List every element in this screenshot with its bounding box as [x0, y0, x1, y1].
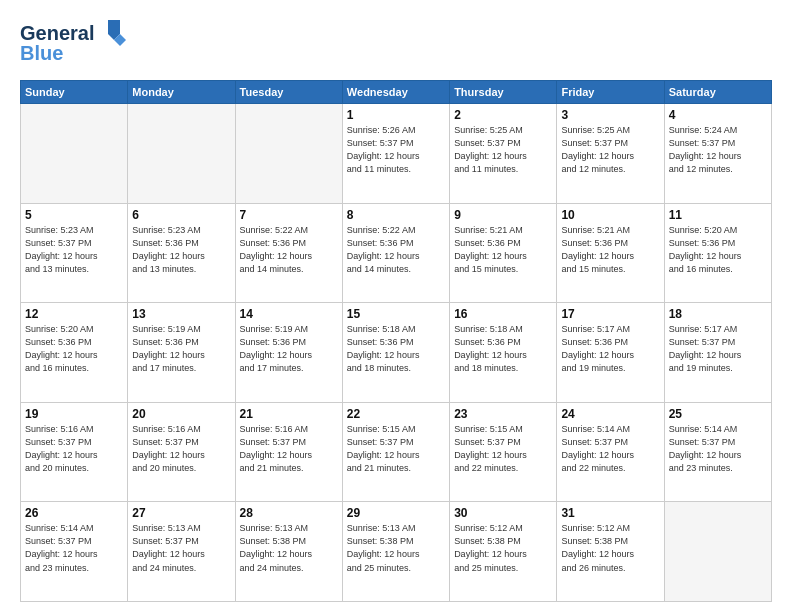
day-info: Sunrise: 5:21 AM Sunset: 5:36 PM Dayligh…: [454, 224, 552, 276]
day-number: 14: [240, 307, 338, 321]
weekday-header: Friday: [557, 81, 664, 104]
weekday-header-row: SundayMondayTuesdayWednesdayThursdayFrid…: [21, 81, 772, 104]
day-number: 31: [561, 506, 659, 520]
day-number: 13: [132, 307, 230, 321]
calendar-cell: [21, 104, 128, 204]
day-info: Sunrise: 5:25 AM Sunset: 5:37 PM Dayligh…: [561, 124, 659, 176]
calendar-cell: 18Sunrise: 5:17 AM Sunset: 5:37 PM Dayli…: [664, 303, 771, 403]
calendar-cell: 20Sunrise: 5:16 AM Sunset: 5:37 PM Dayli…: [128, 402, 235, 502]
calendar-cell: 27Sunrise: 5:13 AM Sunset: 5:37 PM Dayli…: [128, 502, 235, 602]
calendar-week-row: 12Sunrise: 5:20 AM Sunset: 5:36 PM Dayli…: [21, 303, 772, 403]
calendar-cell: 5Sunrise: 5:23 AM Sunset: 5:37 PM Daylig…: [21, 203, 128, 303]
day-number: 27: [132, 506, 230, 520]
day-info: Sunrise: 5:19 AM Sunset: 5:36 PM Dayligh…: [132, 323, 230, 375]
day-info: Sunrise: 5:13 AM Sunset: 5:37 PM Dayligh…: [132, 522, 230, 574]
day-number: 2: [454, 108, 552, 122]
calendar-cell: 25Sunrise: 5:14 AM Sunset: 5:37 PM Dayli…: [664, 402, 771, 502]
calendar-cell: 8Sunrise: 5:22 AM Sunset: 5:36 PM Daylig…: [342, 203, 449, 303]
svg-text:Blue: Blue: [20, 42, 63, 64]
day-info: Sunrise: 5:21 AM Sunset: 5:36 PM Dayligh…: [561, 224, 659, 276]
day-info: Sunrise: 5:22 AM Sunset: 5:36 PM Dayligh…: [347, 224, 445, 276]
calendar-cell: [664, 502, 771, 602]
logo-svg: General Blue: [20, 18, 135, 66]
calendar-cell: 4Sunrise: 5:24 AM Sunset: 5:37 PM Daylig…: [664, 104, 771, 204]
calendar-cell: 31Sunrise: 5:12 AM Sunset: 5:38 PM Dayli…: [557, 502, 664, 602]
day-info: Sunrise: 5:25 AM Sunset: 5:37 PM Dayligh…: [454, 124, 552, 176]
day-info: Sunrise: 5:16 AM Sunset: 5:37 PM Dayligh…: [132, 423, 230, 475]
calendar-cell: 16Sunrise: 5:18 AM Sunset: 5:36 PM Dayli…: [450, 303, 557, 403]
day-number: 19: [25, 407, 123, 421]
calendar-week-row: 19Sunrise: 5:16 AM Sunset: 5:37 PM Dayli…: [21, 402, 772, 502]
calendar-cell: 9Sunrise: 5:21 AM Sunset: 5:36 PM Daylig…: [450, 203, 557, 303]
calendar-cell: [128, 104, 235, 204]
day-number: 23: [454, 407, 552, 421]
day-info: Sunrise: 5:15 AM Sunset: 5:37 PM Dayligh…: [454, 423, 552, 475]
day-number: 24: [561, 407, 659, 421]
day-info: Sunrise: 5:16 AM Sunset: 5:37 PM Dayligh…: [25, 423, 123, 475]
day-info: Sunrise: 5:20 AM Sunset: 5:36 PM Dayligh…: [669, 224, 767, 276]
day-number: 4: [669, 108, 767, 122]
day-number: 28: [240, 506, 338, 520]
day-number: 8: [347, 208, 445, 222]
day-info: Sunrise: 5:12 AM Sunset: 5:38 PM Dayligh…: [561, 522, 659, 574]
day-info: Sunrise: 5:17 AM Sunset: 5:37 PM Dayligh…: [669, 323, 767, 375]
day-number: 10: [561, 208, 659, 222]
weekday-header: Tuesday: [235, 81, 342, 104]
day-info: Sunrise: 5:18 AM Sunset: 5:36 PM Dayligh…: [454, 323, 552, 375]
page: General Blue SundayMondayTuesdayWednesda…: [0, 0, 792, 612]
day-info: Sunrise: 5:16 AM Sunset: 5:37 PM Dayligh…: [240, 423, 338, 475]
day-number: 21: [240, 407, 338, 421]
day-number: 26: [25, 506, 123, 520]
day-number: 3: [561, 108, 659, 122]
calendar-cell: 7Sunrise: 5:22 AM Sunset: 5:36 PM Daylig…: [235, 203, 342, 303]
day-info: Sunrise: 5:14 AM Sunset: 5:37 PM Dayligh…: [25, 522, 123, 574]
day-number: 9: [454, 208, 552, 222]
day-number: 11: [669, 208, 767, 222]
day-number: 15: [347, 307, 445, 321]
day-number: 1: [347, 108, 445, 122]
calendar-cell: 22Sunrise: 5:15 AM Sunset: 5:37 PM Dayli…: [342, 402, 449, 502]
day-number: 7: [240, 208, 338, 222]
calendar-cell: 3Sunrise: 5:25 AM Sunset: 5:37 PM Daylig…: [557, 104, 664, 204]
calendar-cell: 1Sunrise: 5:26 AM Sunset: 5:37 PM Daylig…: [342, 104, 449, 204]
day-info: Sunrise: 5:13 AM Sunset: 5:38 PM Dayligh…: [240, 522, 338, 574]
weekday-header: Thursday: [450, 81, 557, 104]
day-number: 17: [561, 307, 659, 321]
calendar-cell: 15Sunrise: 5:18 AM Sunset: 5:36 PM Dayli…: [342, 303, 449, 403]
day-info: Sunrise: 5:19 AM Sunset: 5:36 PM Dayligh…: [240, 323, 338, 375]
calendar-cell: 10Sunrise: 5:21 AM Sunset: 5:36 PM Dayli…: [557, 203, 664, 303]
day-number: 16: [454, 307, 552, 321]
calendar-cell: 2Sunrise: 5:25 AM Sunset: 5:37 PM Daylig…: [450, 104, 557, 204]
calendar-table: SundayMondayTuesdayWednesdayThursdayFrid…: [20, 80, 772, 602]
day-info: Sunrise: 5:26 AM Sunset: 5:37 PM Dayligh…: [347, 124, 445, 176]
calendar-week-row: 26Sunrise: 5:14 AM Sunset: 5:37 PM Dayli…: [21, 502, 772, 602]
day-number: 20: [132, 407, 230, 421]
day-info: Sunrise: 5:23 AM Sunset: 5:37 PM Dayligh…: [25, 224, 123, 276]
day-number: 22: [347, 407, 445, 421]
weekday-header: Monday: [128, 81, 235, 104]
day-info: Sunrise: 5:14 AM Sunset: 5:37 PM Dayligh…: [669, 423, 767, 475]
weekday-header: Wednesday: [342, 81, 449, 104]
day-number: 18: [669, 307, 767, 321]
day-number: 6: [132, 208, 230, 222]
day-info: Sunrise: 5:14 AM Sunset: 5:37 PM Dayligh…: [561, 423, 659, 475]
day-info: Sunrise: 5:15 AM Sunset: 5:37 PM Dayligh…: [347, 423, 445, 475]
day-number: 5: [25, 208, 123, 222]
day-info: Sunrise: 5:22 AM Sunset: 5:36 PM Dayligh…: [240, 224, 338, 276]
day-info: Sunrise: 5:17 AM Sunset: 5:36 PM Dayligh…: [561, 323, 659, 375]
calendar-cell: 21Sunrise: 5:16 AM Sunset: 5:37 PM Dayli…: [235, 402, 342, 502]
logo: General Blue: [20, 18, 135, 70]
calendar-cell: 19Sunrise: 5:16 AM Sunset: 5:37 PM Dayli…: [21, 402, 128, 502]
day-info: Sunrise: 5:24 AM Sunset: 5:37 PM Dayligh…: [669, 124, 767, 176]
day-info: Sunrise: 5:12 AM Sunset: 5:38 PM Dayligh…: [454, 522, 552, 574]
day-number: 25: [669, 407, 767, 421]
day-info: Sunrise: 5:20 AM Sunset: 5:36 PM Dayligh…: [25, 323, 123, 375]
day-info: Sunrise: 5:13 AM Sunset: 5:38 PM Dayligh…: [347, 522, 445, 574]
calendar-cell: 13Sunrise: 5:19 AM Sunset: 5:36 PM Dayli…: [128, 303, 235, 403]
calendar-cell: 14Sunrise: 5:19 AM Sunset: 5:36 PM Dayli…: [235, 303, 342, 403]
weekday-header: Sunday: [21, 81, 128, 104]
day-info: Sunrise: 5:18 AM Sunset: 5:36 PM Dayligh…: [347, 323, 445, 375]
calendar-cell: 26Sunrise: 5:14 AM Sunset: 5:37 PM Dayli…: [21, 502, 128, 602]
day-number: 29: [347, 506, 445, 520]
calendar-cell: 23Sunrise: 5:15 AM Sunset: 5:37 PM Dayli…: [450, 402, 557, 502]
